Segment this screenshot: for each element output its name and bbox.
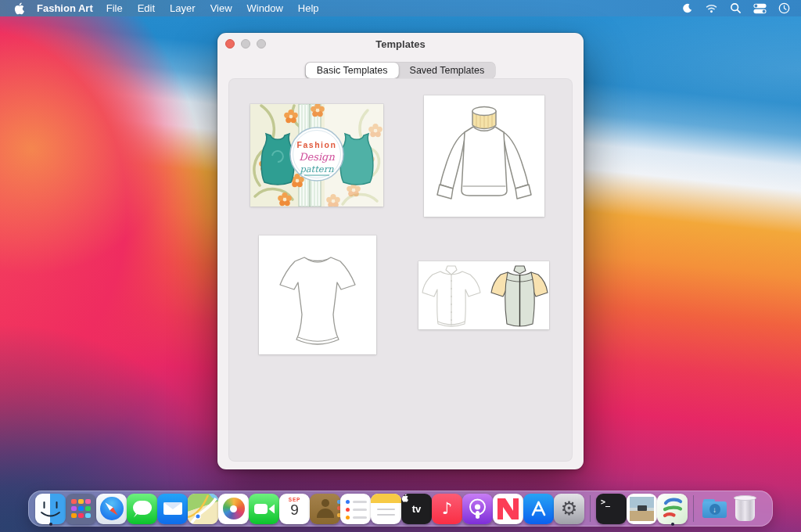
dock-icon-mail[interactable] bbox=[157, 494, 188, 524]
menu-status-cluster bbox=[681, 2, 790, 14]
dock-icon-apple-tv[interactable]: tv bbox=[401, 494, 432, 524]
dock-icon-news[interactable] bbox=[493, 494, 523, 524]
do-not-disturb-moon-icon[interactable] bbox=[681, 2, 693, 14]
spotlight-search-icon[interactable] bbox=[730, 2, 742, 14]
finder-running-dot bbox=[49, 523, 52, 526]
download-arrow-icon: ↓ bbox=[709, 504, 720, 515]
floral-text-design: Design bbox=[299, 151, 335, 163]
fashion-art-logo-icon bbox=[657, 494, 688, 524]
dock-icon-photo-preview[interactable] bbox=[627, 494, 657, 524]
dock-icon-facetime[interactable] bbox=[249, 494, 279, 524]
map-icon bbox=[188, 494, 218, 524]
menu-layer[interactable]: Layer bbox=[170, 2, 196, 14]
app-store-a-icon bbox=[523, 494, 554, 524]
safari-needle-icon bbox=[96, 494, 127, 524]
launchpad-grid-icon bbox=[71, 499, 91, 519]
finder-face-icon bbox=[35, 494, 66, 524]
news-n-icon bbox=[493, 494, 523, 524]
dock-icon-podcasts[interactable] bbox=[462, 494, 493, 524]
floral-pattern-sketch: Fashion Design pattern bbox=[250, 104, 383, 207]
menu-edit[interactable]: Edit bbox=[138, 2, 155, 14]
photo-thumbnail-icon bbox=[630, 497, 654, 521]
video-camera-icon bbox=[249, 494, 279, 524]
dock-icon-maps[interactable] bbox=[188, 494, 218, 524]
dock-icon-reminders[interactable] bbox=[340, 494, 371, 524]
apple-menu[interactable] bbox=[14, 2, 24, 15]
folder-icon: ↓ bbox=[702, 501, 727, 518]
fashion-art-running-dot bbox=[671, 523, 674, 526]
dock-icon-terminal[interactable]: >_ bbox=[596, 494, 627, 524]
dock-icon-messages[interactable] bbox=[127, 494, 157, 524]
menu-help[interactable]: Help bbox=[298, 2, 319, 14]
template-short-sleeve-shirts[interactable] bbox=[418, 261, 549, 329]
notes-line bbox=[377, 509, 395, 511]
dock-divider bbox=[693, 495, 694, 522]
dock-icon-music[interactable]: ♪ bbox=[432, 494, 462, 524]
tab-basic-templates[interactable]: Basic Templates bbox=[306, 63, 399, 78]
window-title: Templates bbox=[217, 33, 584, 55]
templates-panel: Fashion Design pattern bbox=[228, 78, 573, 462]
template-turtleneck-sweater[interactable] bbox=[424, 95, 544, 217]
templates-tabbar: Basic Templates Saved Templates bbox=[305, 62, 496, 79]
dock-icon-app-store[interactable] bbox=[523, 494, 554, 524]
music-note-icon: ♪ bbox=[442, 501, 452, 517]
dock-icon-calendar[interactable]: SEP 9 bbox=[279, 494, 310, 524]
dock-icon-launchpad[interactable] bbox=[66, 494, 96, 524]
clock-icon[interactable] bbox=[778, 2, 790, 14]
apple-logo-icon bbox=[401, 494, 408, 502]
t-shirt-sketch bbox=[259, 235, 376, 354]
dock-icon-photos[interactable] bbox=[218, 494, 249, 524]
dock-icon-downloads[interactable]: ↓ bbox=[699, 494, 730, 524]
dock-icon-contacts[interactable] bbox=[310, 494, 340, 524]
dock-icon-notes[interactable] bbox=[371, 494, 401, 524]
menu-file[interactable]: File bbox=[106, 2, 123, 14]
dock-icon-fashion-art[interactable] bbox=[657, 494, 688, 524]
floral-text-pattern: pattern bbox=[299, 164, 334, 174]
dock-icon-finder[interactable] bbox=[35, 494, 66, 524]
calendar-day-label: 9 bbox=[279, 502, 310, 518]
dock-divider bbox=[590, 495, 591, 522]
dock-icon-trash[interactable] bbox=[730, 494, 760, 524]
template-fashion-design-pattern[interactable]: Fashion Design pattern bbox=[250, 104, 383, 207]
dock-icon-system-preferences[interactable]: ⚙ bbox=[554, 494, 584, 524]
envelope-icon bbox=[163, 502, 182, 515]
window-titlebar[interactable]: Templates bbox=[217, 33, 584, 55]
notes-line bbox=[377, 514, 395, 516]
apple-logo-icon bbox=[14, 2, 24, 15]
menu-app-name[interactable]: Fashion Art bbox=[37, 2, 93, 14]
control-center-icon[interactable] bbox=[753, 3, 767, 14]
speech-bubble-icon bbox=[133, 501, 152, 515]
shirts-sketch bbox=[418, 261, 549, 329]
trash-can-icon bbox=[735, 498, 755, 521]
podcasts-icon bbox=[462, 494, 493, 524]
menu-view[interactable]: View bbox=[210, 2, 232, 14]
wifi-icon[interactable] bbox=[705, 3, 718, 13]
tab-saved-templates[interactable]: Saved Templates bbox=[399, 63, 496, 78]
tv-label: tv bbox=[412, 503, 422, 515]
turtleneck-sweater-sketch bbox=[424, 95, 544, 217]
contact-silhouette-body bbox=[317, 509, 334, 518]
gear-icon: ⚙ bbox=[561, 499, 578, 518]
menu-window[interactable]: Window bbox=[247, 2, 283, 14]
floral-text-fashion: Fashion bbox=[297, 140, 337, 149]
checklist-icon bbox=[346, 500, 367, 519]
templates-window: Templates Basic Templates Saved Template… bbox=[217, 33, 584, 469]
contact-silhouette-icon bbox=[321, 499, 329, 507]
terminal-prompt-icon: >_ bbox=[601, 498, 610, 506]
dock: SEP 9 tv ♪ bbox=[28, 491, 773, 527]
menu-bar: Fashion Art File Edit Layer View Window … bbox=[0, 0, 801, 16]
template-fitted-t-shirt[interactable] bbox=[259, 235, 376, 354]
dock-icon-safari[interactable] bbox=[96, 494, 127, 524]
photos-pinwheel-icon bbox=[223, 498, 245, 519]
notes-header-icon bbox=[371, 494, 401, 503]
